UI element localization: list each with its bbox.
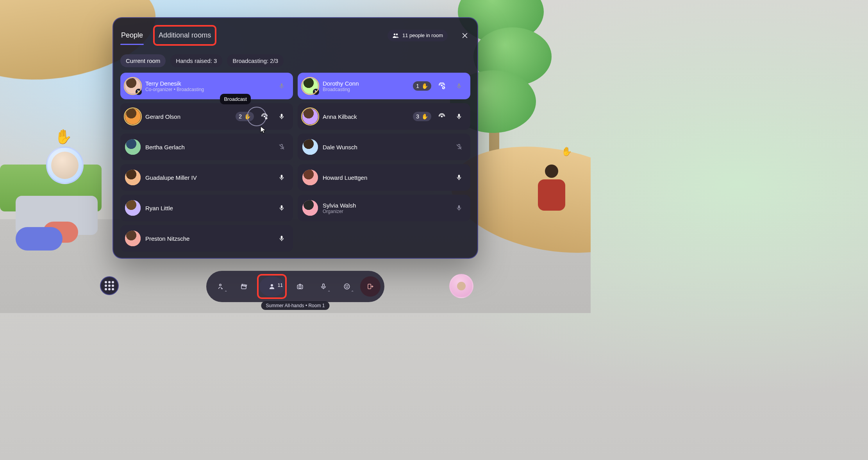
broadcast-tooltip: Broadcast (220, 94, 251, 104)
avatar (302, 200, 318, 216)
person-subtitle: Broadcasting (323, 87, 359, 92)
people-count: 11 (278, 283, 283, 288)
cursor-icon (259, 126, 267, 134)
person-row[interactable]: Gerard Olson 2 ✋ (120, 103, 293, 130)
svg-point-16 (220, 284, 221, 286)
svg-rect-21 (323, 284, 325, 287)
chevron-up-icon: ⌃ (224, 290, 227, 294)
svg-point-0 (394, 33, 396, 35)
svg-point-22 (344, 284, 350, 289)
avatar (125, 200, 141, 216)
pill-hands-raised[interactable]: Hands raised: 3 (170, 54, 222, 67)
svg-rect-8 (281, 240, 282, 241)
mic-muted-icon[interactable] (275, 140, 288, 154)
mic-icon[interactable] (452, 79, 466, 93)
avatar (302, 78, 318, 94)
hand-raised-badge: 1 ✋ (413, 81, 431, 91)
avatar (125, 170, 141, 185)
menu-fab[interactable] (100, 276, 119, 295)
callout-additional-rooms: Additional rooms (153, 25, 216, 46)
person-row[interactable]: Sylvia Walsh Organizer (298, 195, 470, 221)
person-name: Gerard Olson (145, 113, 180, 120)
person-name: Preston Nitzsche (145, 235, 189, 242)
person-row[interactable]: Dorothy Conn Broadcasting 1 ✋ (298, 73, 470, 99)
broadcast-button[interactable] (258, 110, 271, 123)
mic-icon[interactable] (275, 201, 288, 215)
broadcast-badge-icon (313, 89, 319, 95)
svg-point-1 (396, 33, 398, 35)
svg-rect-25 (368, 284, 371, 289)
svg-point-24 (348, 286, 348, 286)
person-name: Guadalupe Miller IV (145, 174, 197, 181)
stop-broadcast-icon[interactable] (435, 79, 448, 93)
mic-icon[interactable] (452, 201, 466, 215)
person-name: Ryan Little (145, 205, 173, 211)
svg-rect-11 (459, 88, 459, 89)
avatar (302, 139, 318, 155)
mic-muted-icon[interactable] (452, 140, 466, 154)
mic-icon[interactable] (452, 171, 466, 184)
leave-button[interactable] (360, 276, 380, 297)
person-name: Sylvia Walsh (323, 202, 356, 209)
hand-emoji-left: ✋ (55, 129, 72, 145)
svg-rect-15 (459, 210, 459, 211)
person-subtitle: Organizer (323, 209, 356, 214)
host-tools-button[interactable]: ⌃ (210, 276, 230, 297)
filter-pills: Current room Hands raised: 3 Broadcastin… (120, 54, 470, 67)
person-name: Dale Wunsch (323, 144, 357, 150)
tab-people[interactable]: People (120, 29, 144, 42)
person-row[interactable]: Bertha Gerlach (120, 134, 293, 160)
svg-point-23 (346, 286, 346, 286)
svg-point-18 (271, 284, 273, 286)
avatar (125, 231, 141, 246)
camera-button[interactable] (290, 276, 310, 297)
callout-people-button: 11 (257, 274, 287, 299)
room-label: Summer All-hands • Room 1 (261, 301, 330, 310)
avatar (302, 109, 318, 124)
person-row[interactable]: Terry Denesik Co-organizer • Broadcastin… (120, 73, 293, 99)
people-grid: Terry Denesik Co-organizer • Broadcastin… (120, 73, 470, 252)
person-name: Terry Denesik (145, 80, 204, 87)
person-subtitle: Co-organizer • Broadcasting (145, 87, 204, 92)
svg-point-3 (264, 116, 265, 117)
avatar (302, 170, 318, 185)
person-name: Bertha Gerlach (145, 144, 185, 150)
chevron-up-icon: ⌃ (351, 290, 354, 294)
mic-icon[interactable] (452, 110, 466, 123)
room-count-label: 11 people in room (402, 32, 443, 38)
clapper-button[interactable] (234, 276, 254, 297)
people-icon (392, 32, 399, 39)
mic-button[interactable]: ⌃ (313, 276, 334, 297)
react-button[interactable]: ⌃ (337, 276, 357, 297)
svg-rect-6 (281, 179, 282, 180)
bottom-toolbar: ⌃ 11 ⌃ ⌃ (206, 271, 384, 302)
person-row[interactable]: Preston Nitzsche (120, 225, 293, 252)
person-row[interactable]: Guadalupe Miller IV (120, 164, 293, 191)
person-row[interactable]: Ryan Little (120, 195, 293, 221)
hand-raised-badge: 3 ✋ (413, 112, 431, 121)
room-count-pill[interactable]: 11 people in room (388, 30, 448, 41)
person-name: Dorothy Conn (323, 80, 359, 87)
svg-rect-13 (459, 118, 459, 119)
svg-rect-2 (281, 88, 282, 89)
self-avatar[interactable] (449, 274, 473, 298)
svg-point-20 (299, 286, 301, 288)
person-row[interactable]: Dale Wunsch (298, 134, 470, 160)
person-name: Anna Kilback (323, 113, 357, 120)
svg-point-9 (441, 85, 443, 86)
svg-point-12 (441, 116, 443, 117)
tab-additional-rooms[interactable]: Additional rooms (158, 29, 212, 42)
panel-tabs: People Additional rooms (120, 25, 216, 46)
mic-icon[interactable] (275, 110, 288, 123)
person-row[interactable]: Anna Kilback 3 ✋ (298, 103, 470, 130)
broadcast-icon[interactable] (435, 110, 448, 123)
mic-icon[interactable] (275, 232, 288, 245)
close-button[interactable] (459, 30, 470, 41)
mic-icon[interactable] (275, 79, 288, 93)
pill-current-room[interactable]: Current room (120, 54, 166, 67)
people-panel: People Additional rooms 11 people in roo… (113, 17, 478, 259)
pill-broadcasting[interactable]: Broadcasting: 2/3 (227, 54, 284, 67)
people-button[interactable]: 11 (259, 276, 284, 297)
mic-icon[interactable] (275, 171, 288, 184)
person-row[interactable]: Howard Luettgen (298, 164, 470, 191)
